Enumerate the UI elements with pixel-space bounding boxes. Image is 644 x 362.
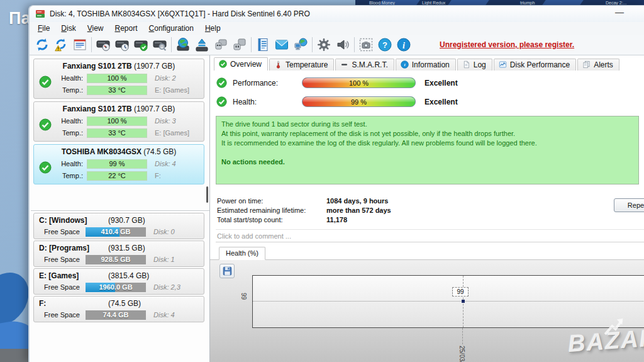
performance-chart-icon (499, 60, 507, 69)
plug-icon[interactable] (230, 36, 249, 54)
chart-marker-line-ext (462, 328, 463, 344)
mail-icon[interactable] (272, 36, 291, 54)
partition-item-e[interactable]: E: [Games] (3815.4 GB) Free Space 1960.0… (33, 268, 204, 295)
disk-check-icon[interactable] (131, 36, 150, 54)
refresh-warning-icon[interactable] (52, 36, 70, 54)
disk-item-fanxiang-2[interactable]: Fanxiang S101 2TB (1907.7 GB) Health: 10… (33, 101, 204, 142)
globe-disk-icon[interactable] (174, 36, 192, 54)
disk-title: Fanxiang S101 2TB (1907.7 GB) (34, 62, 204, 71)
toolbar-separator (171, 37, 172, 52)
health-gauge: 99 % (302, 96, 416, 107)
drive-letter: F: (155, 172, 161, 179)
toolbar-separator (354, 37, 355, 52)
report-card-icon[interactable] (70, 36, 89, 54)
log-page-icon (462, 60, 470, 69)
background-title: Light Redux (422, 0, 445, 5)
watermark-arrow-icon (603, 318, 626, 336)
tab-information[interactable]: i Information (396, 59, 456, 71)
partition-disk-number: Disk: 4 (153, 311, 175, 319)
tab-temperature[interactable]: Temperature (269, 59, 334, 71)
drive-letter: E: [Games] (155, 129, 189, 137)
disk-title: Fanxiang S101 2TB (1907.7 GB) (34, 105, 204, 113)
menu-disk[interactable]: Disk (55, 23, 81, 34)
alerts-pages-icon (582, 60, 591, 69)
desktop-icon-label: Па (9, 9, 30, 28)
info-icon[interactable]: i (394, 36, 413, 54)
partition-name: F: (39, 299, 46, 308)
disk-item-fanxiang-1[interactable]: Fanxiang S101 2TB (1907.7 GB) Health: 10… (33, 59, 204, 99)
performance-ok-icon (216, 77, 227, 88)
partition-item-c[interactable]: C: [Windows] (930.7 GB) Free Space 410.4… (33, 213, 204, 239)
gear-icon[interactable] (314, 36, 333, 54)
chart-data-point (462, 300, 465, 303)
chart-ytick: 99 (240, 293, 247, 300)
menu-help[interactable]: Help (199, 23, 226, 34)
tab-disk-performance[interactable]: Disk Performance (494, 59, 576, 71)
comment-field[interactable]: Click to add comment ... (216, 229, 644, 242)
screenshot-icon[interactable] (357, 36, 375, 54)
thermometer-icon (274, 60, 282, 69)
disk-sidebar: Fanxiang S101 2TB (1907.7 GB) Health: 10… (31, 55, 210, 362)
partition-item-d[interactable]: D: [Programs] (931.5 GB) Free Space 928.… (33, 240, 204, 267)
tab-log[interactable]: Log (457, 59, 492, 71)
disk-eject-icon[interactable] (192, 36, 211, 54)
tab-smart[interactable]: S.M.A.R.T. (335, 59, 394, 71)
menu-file[interactable]: File (32, 23, 55, 34)
free-space-label: Free Space (44, 283, 80, 291)
save-floppy-icon (222, 266, 233, 276)
menu-report[interactable]: Report (109, 23, 143, 34)
network-icon[interactable] (291, 36, 310, 54)
app-icon (35, 9, 45, 18)
toolbar-separator (91, 37, 92, 52)
chart-xtick-date: 25/03/2026 (458, 346, 465, 362)
health-bar: 100 % (87, 116, 147, 126)
stat-value: more than 572 days (326, 206, 391, 214)
toolbar-separator (312, 37, 313, 52)
refresh-icon[interactable] (33, 36, 52, 54)
stat-label: Power on time: (217, 197, 326, 205)
partition-size: (74.5 GB) (108, 299, 141, 308)
main-panel: Overview Temperature S.M.A.R.T. i Inform… (210, 55, 644, 362)
menu-configuration[interactable]: Configuration (143, 23, 199, 34)
disk-clock-icon[interactable] (113, 36, 131, 54)
free-space-bar: 1960.0 GB (86, 283, 146, 292)
partition-item-f[interactable]: F: (74.5 GB) Free Space 74.4 GB Disk: 4 (33, 296, 204, 322)
connector-icon[interactable] (211, 36, 230, 54)
minimize-button[interactable]: — (610, 7, 629, 17)
register-link[interactable]: Unregistered version, please register. (440, 40, 574, 49)
sidebar-scrollbar-thumb[interactable] (206, 186, 208, 203)
temp-label: Temp.: (47, 172, 83, 179)
disk-number: Disk: 2 (155, 74, 176, 82)
speaker-icon[interactable] (333, 36, 352, 54)
disk-number: Disk: 4 (155, 160, 176, 167)
background-title: triumph (520, 0, 535, 5)
notepad-icon[interactable] (253, 36, 272, 54)
svg-text:i: i (404, 62, 405, 67)
tab-health-percent[interactable]: Health (%) (219, 247, 265, 260)
help-icon[interactable]: ? (375, 36, 394, 54)
title-bar[interactable]: Disk: 4, TOSHIBA MK8034GSX [X6QXT1Q1T] -… (30, 6, 644, 22)
background-title: Decay 2:... (606, 0, 626, 5)
background-title: Blood Money (369, 0, 395, 5)
toolbar: ? i Unregistered version, please registe… (30, 35, 644, 55)
stats-block: Power on time:1084 days, 9 hours Estimat… (217, 196, 391, 224)
health-ok-icon (216, 96, 227, 107)
bazar-watermark: BAZAR (567, 324, 644, 358)
performance-row: Performance: 100 % Excellent (210, 77, 644, 90)
free-space-label: Free Space (44, 228, 80, 235)
tab-bar: Overview Temperature S.M.A.R.T. i Inform… (214, 57, 644, 71)
menu-view[interactable]: View (82, 23, 109, 34)
toolbar-separator (251, 37, 252, 52)
repeat-button[interactable]: Repe (614, 198, 644, 212)
hard-disk-sentinel-window: Disk: 4, TOSHIBA MK8034GSX [X6QXT1Q1T] -… (28, 5, 644, 362)
smart-dash-icon (340, 60, 348, 69)
health-label: Health: (47, 160, 83, 167)
partition-name: C: [Windows] (39, 216, 87, 225)
disk-item-toshiba-selected[interactable]: TOSHIBA MK8034GSX (74.5 GB) Health: 99 %… (33, 144, 204, 184)
disk-search-icon[interactable] (150, 36, 169, 54)
tab-alerts[interactable]: Alerts (577, 59, 619, 71)
tab-overview[interactable]: Overview (214, 57, 268, 71)
disk-gauge-icon[interactable] (94, 36, 113, 54)
partition-disk-number: Disk: 0 (153, 228, 175, 235)
save-chart-button[interactable] (219, 264, 235, 278)
